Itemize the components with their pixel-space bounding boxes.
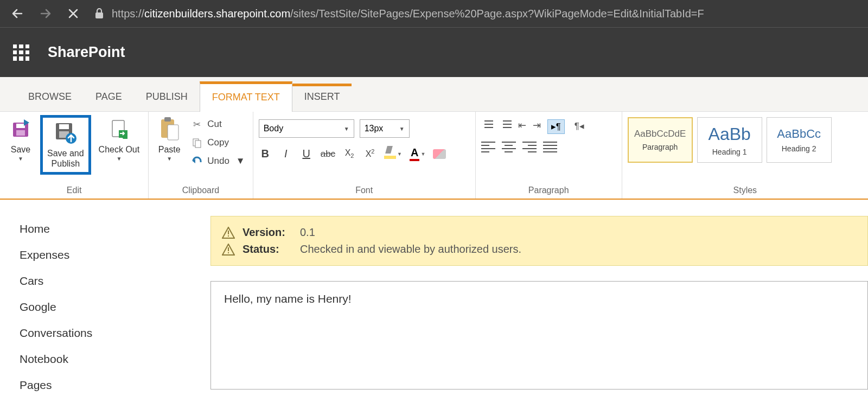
tab-page[interactable]: PAGE	[84, 84, 134, 111]
sidebar-item-conversations[interactable]: Conversations	[20, 320, 206, 346]
save-icon	[9, 117, 33, 141]
rtl-button[interactable]: ¶◂	[571, 119, 588, 134]
sidebar-item-cars[interactable]: Cars	[20, 268, 206, 294]
ribbon-tabs: BROWSE PAGE PUBLISH FORMAT TEXT INSERT	[0, 77, 868, 112]
version-value: 0.1	[300, 226, 315, 239]
svg-rect-12	[168, 125, 178, 140]
font-color-button[interactable]: A ▼	[410, 146, 425, 161]
lock-icon	[94, 8, 104, 19]
app-launcher-icon[interactable]	[13, 44, 29, 61]
wiki-editor[interactable]: Hello, my name is Henry!	[210, 281, 868, 390]
svg-rect-0	[95, 12, 103, 18]
underline-button[interactable]: U	[300, 148, 313, 160]
outdent-button[interactable]: ⇤	[518, 119, 526, 134]
warning-icon	[222, 227, 235, 239]
address-bar[interactable]: https://citizenbuilders.sharepoint.com/s…	[112, 8, 704, 20]
stop-button[interactable]	[67, 8, 79, 20]
highlighter-icon	[384, 149, 396, 159]
undo-icon	[191, 155, 203, 167]
font-color-icon: A	[410, 146, 419, 161]
version-label: Version:	[242, 226, 292, 239]
font-size-dropdown[interactable]: 13px▼	[360, 119, 410, 138]
save-and-publish-button[interactable]: Save and Publish	[44, 119, 87, 171]
paste-icon	[157, 117, 181, 141]
strikethrough-button[interactable]: abc	[321, 149, 335, 159]
svg-rect-2	[16, 124, 25, 128]
browser-bar: https://citizenbuilders.sharepoint.com/s…	[0, 0, 868, 27]
indent-button[interactable]: ⇥	[533, 119, 541, 134]
brand-label: SharePoint	[48, 44, 125, 61]
align-center-button[interactable]	[502, 142, 516, 152]
superscript-button[interactable]: X2	[363, 148, 376, 159]
check-out-icon	[107, 117, 131, 141]
style-heading-2[interactable]: AaBbCcHeading 2	[767, 117, 832, 163]
sidebar-item-notebook[interactable]: Notebook	[20, 346, 206, 372]
clear-format-button[interactable]	[433, 149, 446, 159]
tab-browse[interactable]: BROWSE	[16, 84, 84, 111]
svg-rect-14	[195, 141, 201, 148]
sidebar-item-google[interactable]: Google	[20, 294, 206, 320]
back-button[interactable]	[11, 7, 24, 20]
ribbon-group-edit: Save ▼ Save and Publish Check Out ▼ Edit	[0, 112, 149, 199]
bulleted-list-button[interactable]	[481, 119, 493, 129]
svg-rect-18	[228, 252, 229, 253]
forward-button[interactable]	[39, 7, 52, 20]
align-right-button[interactable]	[522, 142, 537, 152]
status-value: Checked in and viewable by authorized us…	[300, 243, 521, 256]
save-publish-icon	[54, 121, 78, 145]
warning-icon	[222, 244, 235, 256]
svg-rect-11	[164, 117, 171, 122]
svg-rect-16	[228, 235, 229, 237]
italic-button[interactable]: I	[279, 148, 292, 160]
suite-bar: SharePoint	[0, 27, 868, 77]
bold-button[interactable]: B	[259, 148, 272, 160]
style-heading-1[interactable]: AaBbHeading 1	[697, 117, 762, 163]
align-left-button[interactable]	[481, 142, 495, 152]
left-nav: HomeExpensesCarsGoogleConversationsNoteb…	[0, 200, 206, 415]
cut-button[interactable]: ✂ Cut	[189, 117, 247, 131]
numbered-list-button[interactable]	[500, 119, 512, 129]
cut-icon: ✂	[191, 118, 203, 130]
tab-publish[interactable]: PUBLISH	[134, 84, 200, 111]
sidebar-item-home[interactable]: Home	[20, 216, 206, 242]
subscript-button[interactable]: X2	[343, 148, 356, 159]
save-and-publish-highlight: Save and Publish	[40, 115, 91, 175]
highlight-color-button[interactable]: ▼	[384, 149, 402, 159]
svg-rect-5	[59, 124, 69, 129]
main-content: HomeExpensesCarsGoogleConversationsNoteb…	[0, 200, 868, 415]
tab-format-text[interactable]: FORMAT TEXT	[200, 81, 292, 112]
copy-icon	[191, 137, 203, 149]
ribbon-group-clipboard: Paste ▼ ✂ Cut Copy Undo	[149, 112, 253, 199]
tab-insert[interactable]: INSERT	[292, 84, 352, 111]
ltr-button[interactable]: ▸¶	[547, 119, 565, 134]
sidebar-item-pages[interactable]: Pages	[20, 372, 206, 398]
svg-rect-17	[228, 247, 229, 251]
paste-button[interactable]: Paste ▼	[154, 115, 184, 164]
ribbon: Save ▼ Save and Publish Check Out ▼ Edit	[0, 112, 868, 200]
status-label: Status:	[242, 243, 292, 256]
ribbon-group-font: Body▼ 13px▼ B I U abc X2 X2 ▼ A ▼	[253, 112, 476, 199]
svg-rect-3	[16, 130, 25, 136]
align-justify-button[interactable]	[543, 142, 557, 152]
ribbon-group-styles: AaBbCcDdEParagraphAaBbHeading 1AaBbCcHea…	[622, 112, 868, 199]
font-family-dropdown[interactable]: Body▼	[259, 119, 354, 138]
status-bar: Version: 0.1 Status: Checked in and view…	[210, 216, 868, 266]
ribbon-group-paragraph: ⇤ ⇥ ▸¶ ¶◂ Paragraph	[476, 112, 622, 199]
style-paragraph[interactable]: AaBbCcDdEParagraph	[628, 117, 693, 163]
svg-rect-15	[228, 231, 229, 234]
eraser-icon	[433, 149, 446, 159]
undo-button[interactable]: Undo ▼	[189, 154, 247, 168]
save-button[interactable]: Save ▼	[5, 115, 36, 164]
copy-button[interactable]: Copy	[189, 136, 247, 150]
sidebar-item-expenses[interactable]: Expenses	[20, 242, 206, 268]
check-out-button[interactable]: Check Out ▼	[95, 115, 143, 164]
